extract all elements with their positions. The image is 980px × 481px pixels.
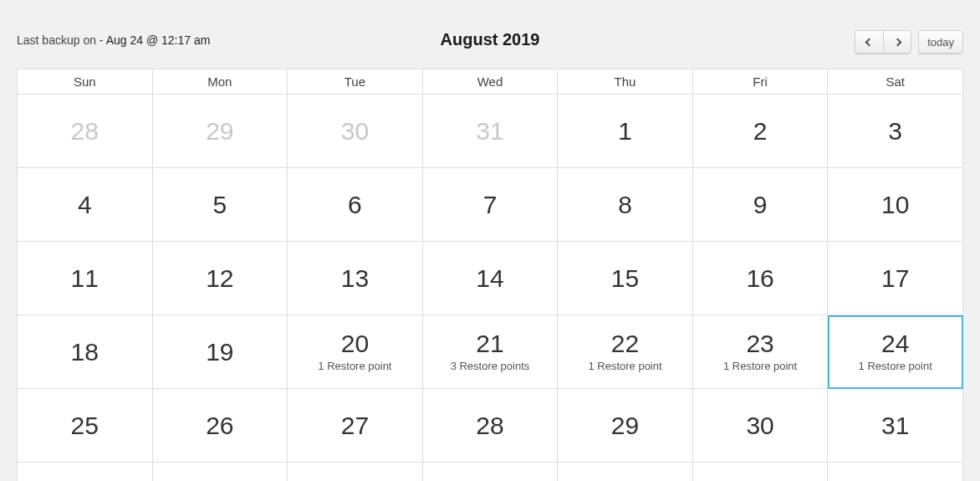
day-number: 23 [693,331,828,356]
last-backup-date: Aug 24 @ 12:17 am [106,33,211,47]
day-number: 30 [288,119,422,144]
calendar-day [18,463,153,482]
calendar-day[interactable]: 25 [18,389,153,463]
day-number: 17 [828,266,962,291]
day-number: 6 [288,192,422,217]
day-number: 20 [288,331,422,356]
day-number: 14 [423,266,558,291]
prev-month-button[interactable] [855,30,883,54]
calendar-day[interactable]: 30 [288,95,423,168]
calendar-day[interactable]: 30 [692,389,828,463]
day-number: 29 [153,119,288,144]
day-number: 24 [828,331,962,356]
restore-point-label: 1 Restore point [558,360,692,372]
calendar-day[interactable]: 241 Restore point [828,315,963,389]
day-number: 2 [693,119,828,144]
calendar-day[interactable]: 28 [422,389,558,463]
day-header: Sat [828,69,963,95]
calendar-day[interactable]: 31 [828,389,963,463]
day-number: 5 [153,192,288,217]
calendar-day[interactable]: 2 [692,95,828,168]
day-number: 30 [693,413,828,438]
calendar-day [558,463,693,482]
calendar-day[interactable]: 28 [18,95,153,168]
calendar-day[interactable]: 6 [288,168,423,242]
day-number: 3 [828,119,962,144]
day-number: 28 [18,119,152,144]
day-header: Tue [288,69,423,95]
calendar-day [288,463,423,482]
day-number: 8 [558,192,692,217]
calendar-day[interactable]: 231 Restore point [692,315,828,389]
month-title: August 2019 [441,30,540,49]
day-number: 9 [693,192,828,217]
calendar-day[interactable]: 17 [828,242,963,315]
restore-point-label: 1 Restore point [288,360,422,372]
day-number: 16 [693,266,828,291]
backup-calendar: SunMonTueWedThuFriSat 282930311234567891… [17,69,963,481]
day-number: 11 [18,266,152,291]
restore-point-label: 1 Restore point [693,360,828,372]
day-number: 10 [828,192,962,217]
day-number: 13 [288,266,422,291]
calendar-day[interactable]: 26 [152,389,288,463]
day-number: 27 [288,413,422,438]
day-number: 18 [18,340,152,365]
day-number: 1 [558,119,692,144]
calendar-day [422,463,558,482]
calendar-day[interactable]: 1 [558,95,693,168]
day-header: Wed [422,69,558,95]
calendar-day [828,463,963,482]
calendar-day[interactable]: 29 [152,95,288,168]
day-number: 25 [18,413,152,438]
next-month-button[interactable] [883,30,911,54]
calendar-day[interactable]: 9 [692,168,828,242]
calendar-day[interactable]: 8 [558,168,693,242]
calendar-day[interactable]: 7 [422,168,558,242]
today-button[interactable]: today [918,30,963,54]
calendar-day [152,463,288,482]
day-number: 31 [423,119,558,144]
calendar-day[interactable]: 3 [828,95,963,168]
day-number: 22 [558,331,692,356]
day-header: Fri [692,69,828,95]
calendar-day[interactable]: 12 [152,242,288,315]
day-number: 31 [828,413,962,438]
chevron-right-icon [893,38,901,46]
calendar-day[interactable]: 201 Restore point [288,315,423,389]
day-number: 7 [423,192,558,217]
calendar-day [692,463,828,482]
last-backup-prefix: Last backup on - [17,33,106,47]
day-number: 26 [153,413,288,438]
day-header: Thu [558,69,693,95]
calendar-day[interactable]: 29 [558,389,693,463]
calendar-day[interactable]: 31 [422,95,558,168]
calendar-day[interactable]: 15 [558,242,693,315]
day-number: 4 [18,192,152,217]
day-number: 12 [153,266,288,291]
chevron-left-icon [865,38,874,46]
restore-point-label: 1 Restore point [828,360,962,372]
day-number: 29 [558,413,692,438]
day-number: 15 [558,266,692,291]
last-backup-label: Last backup on - Aug 24 @ 12:17 am [17,33,210,47]
day-header: Sun [18,69,153,95]
month-nav [855,30,911,54]
calendar-day[interactable]: 19 [152,315,288,389]
calendar-day[interactable]: 16 [692,242,828,315]
day-number: 19 [153,340,288,365]
day-number: 28 [423,413,558,438]
day-header: Mon [152,69,288,95]
calendar-day[interactable]: 213 Restore points [422,315,558,389]
calendar-day[interactable]: 27 [288,389,423,463]
calendar-day[interactable]: 5 [152,168,288,242]
restore-point-label: 3 Restore points [423,360,558,372]
calendar-day[interactable]: 10 [828,168,963,242]
calendar-day[interactable]: 11 [18,242,153,315]
calendar-day[interactable]: 14 [422,242,558,315]
calendar-day[interactable]: 4 [18,168,153,242]
day-number: 21 [423,331,558,356]
calendar-day[interactable]: 221 Restore point [558,315,693,389]
calendar-day[interactable]: 13 [288,242,423,315]
calendar-day[interactable]: 18 [18,315,153,389]
